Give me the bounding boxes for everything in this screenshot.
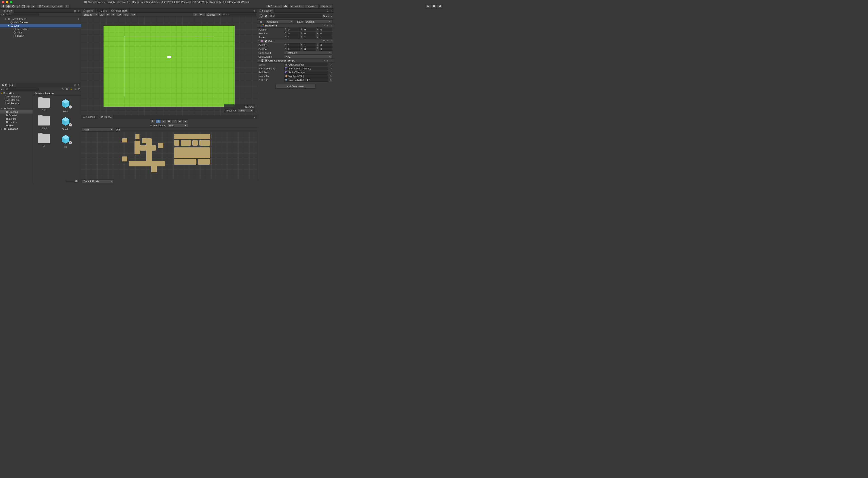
help-icon[interactable]: ? bbox=[322, 39, 326, 43]
picker-tool[interactable] bbox=[172, 119, 177, 123]
lock-icon[interactable] bbox=[73, 9, 76, 12]
asset-folder[interactable]: UI bbox=[35, 134, 53, 149]
tag-dropdown[interactable]: Untagged▼ bbox=[266, 20, 293, 23]
collab-dropdown[interactable]: Collab▼ bbox=[266, 4, 282, 8]
brush-tool[interactable] bbox=[161, 119, 166, 123]
cellsize-x-input[interactable]: 1 bbox=[287, 43, 300, 47]
hierarchy-item-selected[interactable]: ▼ Grid bbox=[0, 24, 81, 27]
hierarchy-item[interactable]: Interactive bbox=[0, 27, 81, 31]
snap-button[interactable] bbox=[64, 4, 69, 8]
favorites-header[interactable]: ★Favorites bbox=[0, 91, 33, 95]
gridcontroller-component-header[interactable]: ▼ Grid Controller (Script) ? bbox=[257, 59, 334, 63]
position-z-input[interactable]: 0 bbox=[319, 28, 332, 31]
scale-z-input[interactable]: 1 bbox=[319, 35, 332, 39]
assets-folder[interactable]: ▼Assets bbox=[0, 107, 33, 110]
scene-menu-icon[interactable] bbox=[77, 18, 80, 21]
position-x-input[interactable]: 0 bbox=[287, 28, 300, 31]
lighting-toggle[interactable] bbox=[105, 13, 110, 16]
help-icon[interactable]: ? bbox=[322, 59, 326, 62]
box-tool[interactable] bbox=[166, 119, 172, 123]
rotate-tool-button[interactable] bbox=[11, 4, 16, 8]
preset-icon[interactable] bbox=[326, 59, 329, 62]
breadcrumb-item[interactable]: Palettes bbox=[45, 92, 54, 95]
cellsize-z-input[interactable]: 0 bbox=[319, 43, 332, 47]
hierarchy-item-scene[interactable]: ▼ SampleScene bbox=[0, 17, 81, 21]
inspector-tab[interactable]: Inspector bbox=[257, 8, 274, 13]
layout-dropdown[interactable]: Layout▼ bbox=[319, 4, 333, 8]
focus-on-dropdown[interactable]: None▼ bbox=[238, 109, 254, 112]
layers-dropdown[interactable]: Layers▼ bbox=[305, 4, 318, 8]
brush-dropdown[interactable]: Default Brush▼ bbox=[82, 180, 114, 183]
active-tilemap-dropdown[interactable]: Path▼ bbox=[168, 124, 188, 127]
lock-icon[interactable] bbox=[326, 9, 329, 12]
save-search-icon[interactable]: ★ bbox=[70, 88, 73, 91]
help-icon[interactable]: ? bbox=[322, 24, 326, 27]
hidden-objects-button[interactable]: 0 bbox=[123, 13, 130, 16]
cellgap-z-input[interactable]: 0 bbox=[319, 47, 332, 51]
asset-size-slider[interactable] bbox=[66, 181, 79, 182]
tile-palette-tab[interactable]: Tile Palette bbox=[97, 115, 114, 119]
folder-item[interactable]: Scripts bbox=[0, 117, 33, 120]
panel-menu-icon[interactable] bbox=[330, 9, 333, 12]
scale-tool-button[interactable] bbox=[16, 4, 21, 8]
fill-tool[interactable] bbox=[183, 119, 188, 123]
asset-prefab[interactable]: ▶UI bbox=[56, 134, 75, 149]
transform-tool-button[interactable] bbox=[26, 4, 31, 8]
custom-tool-button[interactable] bbox=[31, 4, 36, 8]
cellgap-y-input[interactable]: 0 bbox=[303, 47, 316, 51]
account-dropdown[interactable]: Account▼ bbox=[289, 4, 304, 8]
active-checkbox[interactable] bbox=[265, 15, 268, 18]
palette-view[interactable] bbox=[81, 131, 257, 179]
script-enabled-checkbox[interactable] bbox=[265, 59, 268, 62]
add-component-button[interactable]: Add Component bbox=[276, 84, 315, 89]
pivot-rotation-button[interactable]: Local bbox=[51, 4, 63, 8]
asset-store-tab[interactable]: Asset Store bbox=[110, 8, 129, 13]
select-tool[interactable] bbox=[150, 119, 155, 123]
gizmos-dropdown[interactable]: Gizmos▼ bbox=[206, 13, 222, 16]
console-tab[interactable]: Console bbox=[81, 115, 97, 119]
hidden-count-icon[interactable] bbox=[74, 88, 77, 91]
tool-settings-button[interactable] bbox=[193, 13, 198, 16]
scale-y-input[interactable]: 1 bbox=[303, 35, 316, 39]
favorite-item[interactable]: All Prefabs bbox=[0, 101, 33, 105]
filter-by-type-icon[interactable] bbox=[61, 88, 65, 91]
edit-button[interactable]: Edit bbox=[116, 128, 120, 131]
object-field[interactable]: RulePath (RuleTile) bbox=[284, 78, 328, 82]
object-picker-button[interactable] bbox=[329, 71, 332, 74]
preset-icon[interactable] bbox=[326, 39, 329, 43]
folder-item[interactable]: Sprites bbox=[0, 120, 33, 124]
gameobject-name-input[interactable] bbox=[269, 14, 322, 18]
move-tool-button[interactable] bbox=[6, 4, 11, 8]
eraser-tool[interactable] bbox=[178, 119, 182, 123]
audio-toggle[interactable] bbox=[111, 13, 116, 16]
foldout-icon[interactable]: ▼ bbox=[8, 25, 10, 27]
hand-tool-button[interactable] bbox=[1, 4, 6, 8]
object-field[interactable]: Interactive (Tilemap) bbox=[284, 67, 328, 70]
menu-icon[interactable] bbox=[330, 59, 333, 62]
asset-folder[interactable]: Path bbox=[35, 98, 53, 113]
rotation-z-input[interactable]: 0 bbox=[319, 32, 332, 35]
grid-enabled-checkbox[interactable] bbox=[265, 40, 268, 42]
hierarchy-tab[interactable]: Hierarchy bbox=[0, 8, 14, 13]
scene-search-input[interactable] bbox=[222, 13, 256, 16]
fx-toggle[interactable]: ▼ bbox=[116, 13, 123, 16]
folder-item-selected[interactable]: Palettes bbox=[0, 110, 33, 114]
menu-icon[interactable] bbox=[330, 39, 333, 43]
create-button[interactable]: +▼ bbox=[1, 13, 4, 16]
foldout-icon[interactable]: ▼ bbox=[4, 18, 7, 20]
asset-prefab[interactable]: ▶Terrain bbox=[56, 116, 75, 131]
static-dropdown[interactable]: ▼ bbox=[331, 16, 332, 17]
panel-menu-icon[interactable] bbox=[253, 9, 256, 12]
hierarchy-item[interactable]: Path bbox=[0, 31, 81, 34]
cell-layout-dropdown[interactable]: Rectangle▼ bbox=[284, 51, 332, 55]
cloud-button[interactable] bbox=[283, 4, 288, 8]
layer-dropdown[interactable]: Default▼ bbox=[305, 20, 333, 23]
project-search-input[interactable] bbox=[5, 88, 39, 91]
hierarchy-item[interactable]: Terrain bbox=[0, 34, 81, 37]
cell-swizzle-dropdown[interactable]: XYZ▼ bbox=[284, 55, 332, 58]
palette-dropdown[interactable]: Path▼ bbox=[82, 128, 114, 131]
object-picker-button[interactable] bbox=[329, 67, 332, 70]
asset-prefab[interactable]: ▶Path bbox=[56, 98, 75, 113]
menu-icon[interactable] bbox=[330, 24, 333, 27]
panel-menu-icon[interactable] bbox=[77, 84, 80, 87]
